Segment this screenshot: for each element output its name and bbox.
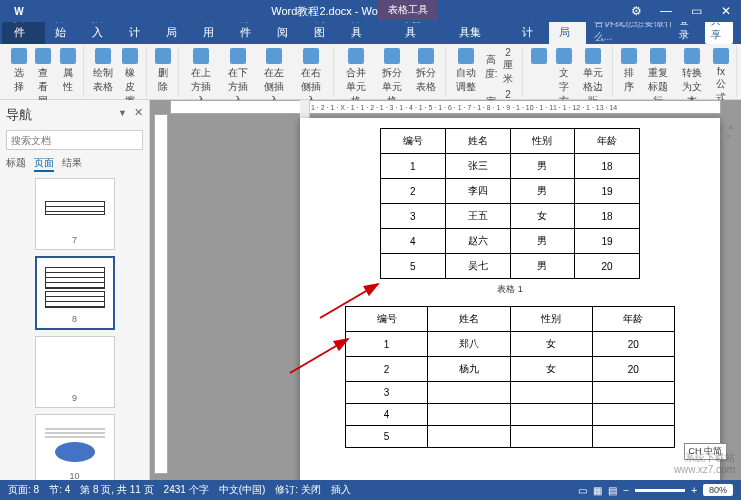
zoom-out-icon[interactable]: − (623, 485, 629, 496)
view-read-icon[interactable]: ▭ (578, 485, 587, 496)
status-insert[interactable]: 插入 (331, 483, 351, 497)
navtab-标题[interactable]: 标题 (6, 156, 26, 172)
context-tab-table-tools: 表格工具 (378, 0, 438, 20)
document-page[interactable]: 编号姓名性别年龄1张三男182李四男193王五女184赵六男195吴七男20 表… (300, 118, 720, 480)
ribbon-拆分表格[interactable]: 拆分表格 (412, 46, 441, 96)
table-row[interactable]: 1郑八女20 (346, 332, 675, 357)
table-row[interactable]: 2杨九女20 (346, 357, 675, 382)
window-minimize-icon[interactable]: — (651, 0, 681, 22)
table-1-caption: 表格 1 (300, 283, 720, 296)
table-header[interactable]: 姓名 (428, 307, 510, 332)
view-print-icon[interactable]: ▦ (593, 485, 602, 496)
page-thumbnail-10[interactable]: 10 (35, 414, 115, 480)
page-thumbnail-9[interactable]: 9 (35, 336, 115, 408)
table-header[interactable]: 性别 (510, 307, 592, 332)
zoom-level[interactable]: 80% (703, 484, 733, 496)
status-page[interactable]: 页面: 8 (8, 483, 39, 497)
table-header[interactable]: 编号 (346, 307, 428, 332)
ribbon-选择[interactable]: 选择 (8, 46, 30, 96)
table-2[interactable]: 编号姓名性别年龄1郑八女202杨九女20345 (345, 306, 675, 448)
navpane-dropdown-icon[interactable]: ▼ (118, 108, 127, 118)
ribbon-自动调整[interactable]: 自动调整 (451, 46, 481, 96)
ribbon-属性[interactable]: 属性 (57, 46, 79, 96)
document-title: Word教程2.docx - Word (38, 4, 621, 19)
svg-line-1 (290, 339, 348, 373)
status-pages[interactable]: 第 8 页, 共 11 页 (80, 483, 153, 497)
zoom-slider[interactable] (635, 489, 685, 492)
table-header[interactable]: 姓名 (445, 129, 510, 154)
table-row[interactable]: 4赵六男19 (381, 229, 640, 254)
table-row[interactable]: 5吴七男20 (381, 254, 640, 279)
table-row[interactable]: 2李四男19 (381, 179, 640, 204)
word-icon: W (0, 6, 38, 17)
search-input[interactable] (6, 130, 143, 150)
ribbon-绘制表格[interactable]: 绘制表格 (89, 46, 117, 96)
ribbon-align[interactable] (528, 46, 550, 68)
table-header[interactable]: 性别 (510, 129, 575, 154)
ribbon-删除[interactable]: 删除 (152, 46, 174, 96)
status-track[interactable]: 修订: 关闭 (275, 483, 321, 497)
vertical-ruler[interactable] (154, 114, 168, 474)
ribbon-collapse-icon[interactable]: ▲▸ (727, 122, 735, 140)
zoom-in-icon[interactable]: + (691, 485, 697, 496)
navpane-close-icon[interactable]: ✕ (134, 106, 143, 119)
navtab-页面[interactable]: 页面 (34, 156, 54, 172)
table-row[interactable]: 3 (346, 382, 675, 404)
table-row[interactable]: 4 (346, 404, 675, 426)
table-row[interactable]: 1张三男18 (381, 154, 640, 179)
table-row[interactable]: 3王五女18 (381, 204, 640, 229)
table-header[interactable]: 年龄 (575, 129, 640, 154)
status-section[interactable]: 节: 4 (49, 483, 70, 497)
horizontal-ruler[interactable]: 1 · 2 · 1 · X · 1 · 1 · 2 · 1 · 3 · 1 · … (170, 100, 721, 114)
table-row[interactable]: 5 (346, 426, 675, 448)
table-header[interactable]: 年龄 (592, 307, 674, 332)
window-settings-icon[interactable]: ⚙ (621, 0, 651, 22)
status-lang[interactable]: 中文(中国) (219, 483, 266, 497)
status-words[interactable]: 2431 个字 (164, 483, 209, 497)
page-thumbnail-8[interactable]: 8 (35, 256, 115, 330)
window-close-icon[interactable]: ✕ (711, 0, 741, 22)
navtab-结果[interactable]: 结果 (62, 156, 82, 172)
watermark: 系统下载站www.xz7.com (674, 452, 735, 476)
ribbon-mini[interactable]: 高度:2 厘米 (483, 46, 518, 87)
window-restore-icon[interactable]: ▭ (681, 0, 711, 22)
ribbon-fx 公式[interactable]: fx 公式 (710, 46, 732, 107)
view-web-icon[interactable]: ▤ (608, 485, 617, 496)
ribbon-排序[interactable]: 排序 (618, 46, 640, 96)
table-1[interactable]: 编号姓名性别年龄1张三男182李四男193王五女184赵六男195吴七男20 (380, 128, 640, 279)
table-header[interactable]: 编号 (381, 129, 446, 154)
page-thumbnail-7[interactable]: 7 (35, 178, 115, 250)
